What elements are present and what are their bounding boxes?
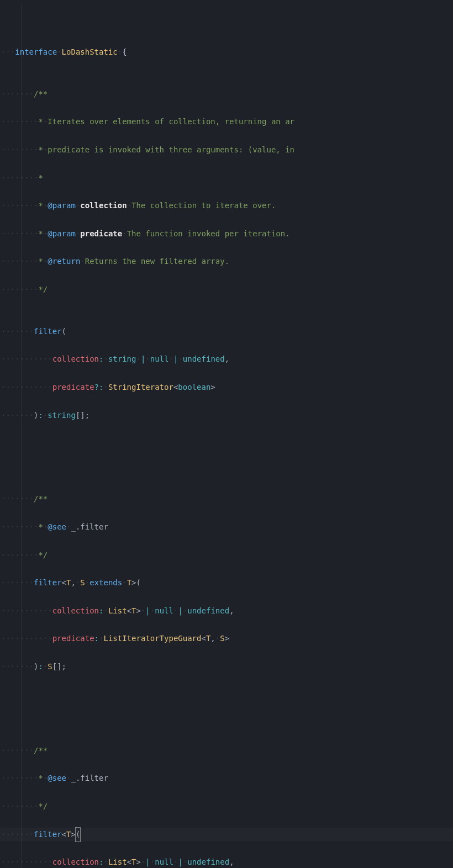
code-line[interactable]: ········*/ [0, 283, 453, 297]
code-line[interactable]: ·······/** [0, 744, 453, 758]
code-line[interactable]: ·······filter<T,·S·extends·T>( [0, 576, 453, 590]
code-line[interactable]: ·······):·string[]; [0, 409, 453, 422]
jsdoc-tag: @see [48, 522, 66, 531]
jsdoc-param: collection [80, 201, 127, 210]
code-line[interactable]: ········*·@see·_.filter [0, 520, 453, 534]
code-line[interactable]: ·······/** [0, 492, 453, 506]
code-line[interactable]: ···········predicate?:·StringIterator<bo… [0, 380, 453, 394]
code-line[interactable]: ···interface·LoDashStatic·{ [0, 45, 453, 59]
type-name: LoDashStatic [62, 47, 118, 56]
code-line-active[interactable]: ·······filter<T>( [0, 828, 453, 841]
code-line[interactable]: ········*·predicate is invoked with thre… [0, 143, 453, 157]
code-line[interactable]: ········*/ [0, 548, 453, 562]
code-line[interactable]: ·······):·S[]; [0, 660, 453, 674]
comment-end: */ [38, 285, 48, 294]
code-line[interactable]: ·······/** [0, 87, 453, 101]
code-line[interactable]: ········* [0, 171, 453, 185]
comment-text: The function invoked per iteration. [127, 229, 290, 238]
code-line[interactable]: ···········collection:·List<T>·|·null·|·… [0, 604, 453, 618]
jsdoc-tag: @see [48, 774, 66, 782]
type: StringIterator [108, 383, 173, 391]
type: undefined [187, 606, 229, 615]
jsdoc-tag: @return [48, 257, 80, 266]
brace-open: { [122, 47, 127, 56]
code-editor[interactable]: ···interface·LoDashStatic·{ ·······/** ·… [0, 0, 453, 868]
jsdoc-param: predicate [80, 229, 122, 238]
param-name: collection [52, 858, 99, 866]
type: List [108, 858, 127, 866]
code-line[interactable]: ···········predicate:·ListIteratorTypeGu… [0, 632, 453, 645]
param-name: collection [52, 354, 99, 363]
code-line[interactable]: ·······filter( [0, 325, 453, 338]
comment-text: predicate is invoked with three argument… [48, 145, 294, 154]
comment-text: Iterates over elements of collection, re… [48, 117, 294, 126]
param-name: predicate [52, 383, 94, 391]
keyword-interface: interface [15, 47, 57, 56]
jsdoc-tag: @param [48, 201, 76, 210]
jsdoc-tag: @param [48, 229, 76, 238]
generic: S [220, 634, 224, 643]
return-type: string [48, 411, 76, 420]
indent-guide [21, 3, 22, 868]
blank-line[interactable] [0, 702, 453, 716]
jsdoc-ref: _.filter [71, 522, 108, 531]
comment-text: Returns the new filtered array. [85, 257, 229, 266]
param-name: collection [52, 606, 99, 615]
keyword: extends [89, 578, 122, 587]
code-line[interactable]: ········*·@return·Returns the new filter… [0, 255, 453, 268]
bracket-match: ( [75, 827, 81, 842]
type: string [108, 354, 136, 363]
method-name: filter [34, 578, 62, 587]
type: undefined [183, 354, 225, 363]
code-line[interactable]: ········*/ [0, 800, 453, 813]
method-name: filter [34, 830, 62, 839]
code-line[interactable]: ···········collection:·List<T>·|·null·|·… [0, 855, 453, 868]
comment-start: /** [34, 89, 48, 98]
blank-line[interactable] [0, 451, 453, 464]
type: null [150, 354, 169, 363]
type: null [155, 858, 173, 866]
comment-text: The collection to iterate over. [131, 201, 276, 210]
method-name: filter [34, 327, 62, 336]
code-line[interactable]: ···········collection:·string·|·null·|·u… [0, 352, 453, 366]
param-name: predicate [52, 634, 94, 643]
type: null [155, 606, 173, 615]
type: List [108, 606, 127, 615]
return-type: S [48, 662, 52, 671]
type: boolean [178, 383, 210, 391]
code-line[interactable]: ········*·@see·_.filter [0, 771, 453, 785]
type: ListIteratorTypeGuard [103, 634, 201, 643]
generic: S [80, 578, 85, 587]
jsdoc-ref: _.filter [71, 774, 108, 782]
type: undefined [187, 858, 229, 866]
code-line[interactable]: ········*·@param·predicate·The function … [0, 227, 453, 241]
generic: T [127, 578, 131, 587]
code-line[interactable]: ········*·Iterates over elements of coll… [0, 115, 453, 129]
code-line[interactable]: ········*·@param·collection·The collecti… [0, 199, 453, 213]
